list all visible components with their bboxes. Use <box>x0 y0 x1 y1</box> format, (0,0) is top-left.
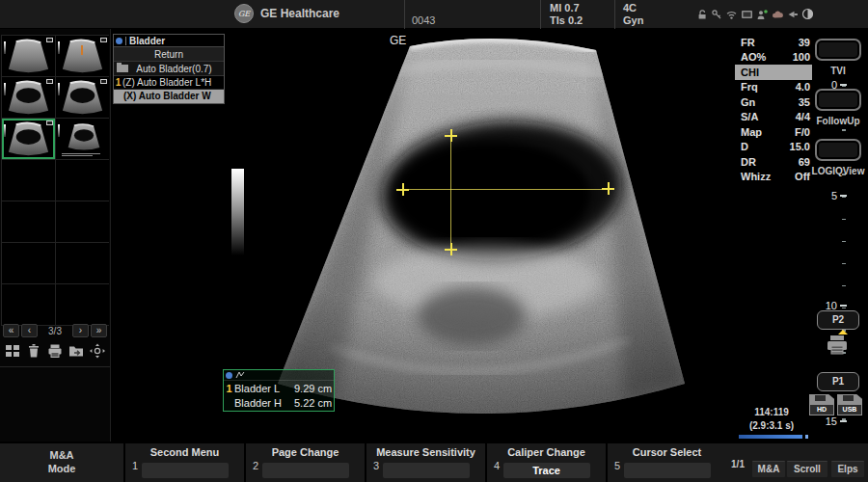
save-hd-icon[interactable]: HD <box>809 394 834 415</box>
image-counter: 0043 <box>412 14 435 26</box>
probe-name: 4C <box>623 2 643 14</box>
p1-button[interactable]: P1 <box>817 372 859 391</box>
thumbnail[interactable] <box>2 36 55 76</box>
thumb-graybar <box>58 124 60 137</box>
scroll-key[interactable]: Scroll <box>787 461 827 477</box>
grayscale-bar <box>231 169 244 255</box>
logiqview-button[interactable] <box>815 139 861 161</box>
divider <box>125 37 126 45</box>
measure-tool-icon <box>235 371 245 379</box>
param-d: D15.0 <box>735 140 812 155</box>
softkey-bar: M&A Mode 1 Second Menu 2 Page Change 3 M… <box>0 442 868 482</box>
wifi-icon <box>725 9 738 20</box>
active-marker-icon <box>116 38 122 44</box>
ruler-minor-ticks <box>842 85 846 420</box>
softkey-second-menu[interactable]: 1 Second Menu <box>123 443 244 482</box>
thumbnail-grid <box>1 35 109 326</box>
menu-item-return[interactable]: Return <box>114 47 224 62</box>
first-page-button[interactable]: « <box>3 324 19 337</box>
menu-item-auto-bladder-w-selected[interactable]: (X) Auto Bladder W <box>114 90 224 103</box>
thumbnail-empty <box>2 243 55 283</box>
ruler-major-tick <box>840 305 847 307</box>
ma-key[interactable]: M&A <box>752 461 785 477</box>
ruler-major-tick <box>840 195 847 197</box>
status-icon-tray <box>696 8 814 20</box>
tvi-button[interactable] <box>815 39 861 61</box>
cine-progress-nub <box>805 435 808 439</box>
param-whizz: WhizzOff <box>735 170 812 185</box>
softkey-value[interactable] <box>142 463 229 478</box>
thumbnail-selected[interactable] <box>2 119 55 159</box>
thumbnail[interactable] <box>2 77 55 118</box>
thumbnail-empty <box>56 284 109 325</box>
printer-icon[interactable] <box>824 334 851 361</box>
divider <box>540 0 541 29</box>
softkey-value[interactable] <box>624 463 711 478</box>
thumbnail-empty <box>2 201 55 242</box>
thumbnail[interactable] <box>56 36 109 76</box>
followup-button[interactable] <box>815 89 861 111</box>
cine-progress-bar[interactable] <box>739 435 802 439</box>
softkey-cursor-select[interactable]: 5 Cursor Select <box>606 443 726 482</box>
thumb-monitor-icon <box>46 38 53 42</box>
cine-time-range: (2.9:3.1 s) <box>737 420 806 431</box>
thumbnail[interactable] <box>56 119 109 159</box>
param-sa: S/A4/4 <box>735 110 812 125</box>
menu-title-row: Bladder <box>114 35 224 47</box>
menu-item-auto-bladder-lh[interactable]: 1 (Z) Auto Bladder L*H <box>114 76 224 90</box>
logiqview-button-label: LOGIQView <box>808 166 868 176</box>
softkey-value[interactable]: Trace <box>503 463 590 478</box>
folder-icon <box>117 65 128 72</box>
key-icon <box>711 9 722 20</box>
measurement-menu: Bladder Return Auto Bladder(0.7) 1 (Z) A… <box>113 34 225 104</box>
param-fr: FR39 <box>735 35 812 50</box>
param-chi-active: CHI <box>735 65 812 80</box>
elps-key[interactable]: Elps <box>831 461 864 477</box>
softkey-value[interactable] <box>262 463 349 478</box>
cloud-icon <box>772 9 784 20</box>
thumb-textline <box>62 153 100 154</box>
param-ao: AO%100 <box>735 50 812 66</box>
softkey-page-change[interactable]: 2 Page Change <box>244 443 365 482</box>
divider <box>614 0 615 29</box>
probe-preset-block: 4C Gyn <box>623 2 643 27</box>
clipboard-sidebar: « ‹ 3/3 › » <box>0 29 111 442</box>
save-usb-icon[interactable]: USB <box>837 394 862 415</box>
param-gn: Gn35 <box>735 94 812 110</box>
p2-button[interactable]: P2 <box>817 310 859 330</box>
acoustic-output-block: MI 0.7 TIs 0.2 <box>550 2 583 27</box>
followup-button-label: FollowUp <box>808 116 868 126</box>
clipboard-toolbar <box>3 342 107 360</box>
thumb-monitor-icon <box>46 120 53 125</box>
last-page-button[interactable]: » <box>91 324 107 337</box>
thumb-monitor-icon <box>100 79 107 84</box>
move-icon[interactable] <box>88 342 107 360</box>
mode-indicator: M&A Mode <box>0 443 123 482</box>
export-icon[interactable] <box>67 342 86 360</box>
brand-text: GE Healthcare <box>260 7 339 20</box>
thumbnail[interactable] <box>56 77 109 118</box>
tis-value: TIs 0.2 <box>550 14 583 27</box>
grid-view-icon[interactable] <box>3 342 22 360</box>
next-page-button[interactable]: › <box>72 324 89 337</box>
page-indicator: 3/3 <box>38 326 72 336</box>
delete-icon[interactable] <box>24 342 43 360</box>
print-icon[interactable] <box>45 342 65 360</box>
brand: GE GE Healthcare <box>234 4 339 23</box>
screen-icon <box>741 9 753 20</box>
tvi-button-label: TVI <box>808 66 868 76</box>
softkey-caliper-change[interactable]: 4 Caliper Change Trace <box>485 443 606 482</box>
cine-frame-range: 114:119 <box>737 407 806 417</box>
softkey-measure-sensitivity[interactable]: 3 Measure Sensitivity <box>365 443 485 482</box>
menu-item-folder[interactable]: Auto Bladder(0.7) <box>114 62 224 76</box>
softkey-value[interactable] <box>383 463 470 478</box>
thumbnail-empty <box>2 284 55 325</box>
prev-page-button[interactable]: ‹ <box>21 324 38 337</box>
thumb-graybar <box>4 83 6 95</box>
thumb-graybar <box>4 124 6 137</box>
thumbnail-pager: « ‹ 3/3 › » <box>3 323 107 338</box>
measurement-row: 1 Bladder L 9.29 cm <box>224 381 334 395</box>
ruler-major-tick <box>840 420 847 422</box>
thumbnail-empty <box>56 243 109 283</box>
thumb-graybar <box>58 83 60 95</box>
